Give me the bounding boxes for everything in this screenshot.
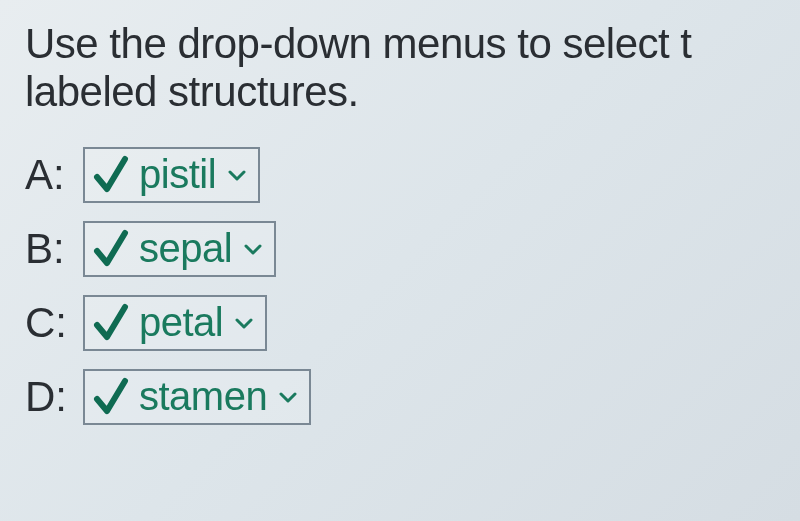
check-icon — [93, 301, 129, 345]
dropdown-b[interactable]: sepal — [83, 221, 276, 277]
check-icon — [93, 227, 129, 271]
dropdown-d[interactable]: stamen — [83, 369, 311, 425]
row-label-b: B: — [25, 225, 73, 273]
instruction-line-1: Use the drop-down menus to select tlabel… — [25, 20, 692, 115]
dropdown-a[interactable]: pistil — [83, 147, 260, 203]
dropdown-value-d: stamen — [139, 374, 267, 419]
check-icon — [93, 153, 129, 197]
check-icon — [93, 375, 129, 419]
chevron-down-icon — [235, 316, 253, 330]
chevron-down-icon — [228, 168, 246, 182]
row-d: D: stamen — [25, 369, 775, 425]
row-c: C: petal — [25, 295, 775, 351]
chevron-down-icon — [279, 390, 297, 404]
dropdown-c[interactable]: petal — [83, 295, 267, 351]
dropdown-value-a: pistil — [139, 152, 216, 197]
row-label-c: C: — [25, 299, 73, 347]
row-label-d: D: — [25, 373, 73, 421]
dropdown-value-b: sepal — [139, 226, 232, 271]
row-b: B: sepal — [25, 221, 775, 277]
row-a: A: pistil — [25, 147, 775, 203]
chevron-down-icon — [244, 242, 262, 256]
dropdown-rows: A: pistil B: sepal C: — [25, 147, 775, 425]
instruction-text: Use the drop-down menus to select tlabel… — [25, 20, 775, 117]
dropdown-value-c: petal — [139, 300, 223, 345]
row-label-a: A: — [25, 151, 73, 199]
